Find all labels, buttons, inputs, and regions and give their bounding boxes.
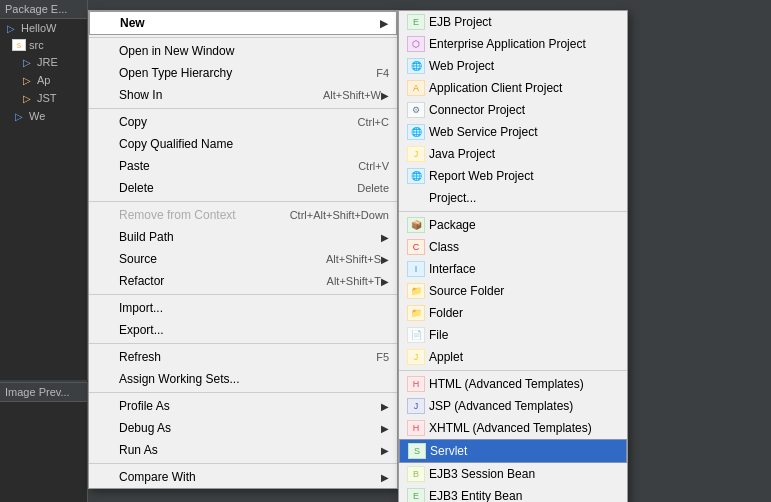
menu-arrow-build-path: ▶ — [381, 232, 389, 243]
menu-label-debug-as: Debug As — [119, 421, 381, 435]
menu-item-copy-qualified-name[interactable]: Copy Qualified Name — [89, 133, 397, 155]
menu-arrow-debug-as: ▶ — [381, 423, 389, 434]
submenu: EEJB Project⬡Enterprise Application Proj… — [398, 10, 628, 502]
menu-icon-refactor — [97, 273, 115, 289]
submenu-item-enterprise-app-project[interactable]: ⬡Enterprise Application Project — [399, 33, 627, 55]
menu-label-show-in: Show In — [119, 88, 303, 102]
tree-item-ap[interactable]: ▷ Ap — [0, 71, 87, 89]
submenu-icon-web-project: 🌐 — [407, 58, 425, 74]
tree-item-hello[interactable]: ▷ HelloW — [0, 19, 87, 37]
menu-item-refactor[interactable]: RefactorAlt+Shift+T▶ — [89, 270, 397, 292]
bottom-panel: Image Prev... — [0, 382, 88, 502]
submenu-item-source-folder[interactable]: 📁Source Folder — [399, 280, 627, 302]
menu-shortcut-refresh: F5 — [376, 351, 389, 363]
menu-item-build-path[interactable]: Build Path▶ — [89, 226, 397, 248]
submenu-label-package: Package — [429, 218, 619, 232]
submenu-separator-17 — [399, 370, 627, 371]
menu-item-run-as[interactable]: Run As▶ — [89, 439, 397, 461]
menu-item-compare-with[interactable]: Compare With▶ — [89, 466, 397, 488]
submenu-item-report-web-project[interactable]: 🌐Report Web Project — [399, 165, 627, 187]
submenu-item-web-service-project[interactable]: 🌐Web Service Project — [399, 121, 627, 143]
menu-separator-10 — [89, 201, 397, 202]
tree-item-jst[interactable]: ▷ JST — [0, 89, 87, 107]
menu-item-import[interactable]: Import... — [89, 297, 397, 319]
tree-item-jre[interactable]: ▷ JRE — [0, 53, 87, 71]
menu-separator-25 — [89, 463, 397, 464]
menu-item-open-new-window[interactable]: Open in New Window — [89, 40, 397, 62]
submenu-icon-java-project: J — [407, 146, 425, 162]
menu-item-copy[interactable]: CopyCtrl+C — [89, 111, 397, 133]
submenu-label-xhtml-advanced: XHTML (Advanced Templates) — [429, 421, 619, 435]
submenu-icon-web-service-project: 🌐 — [407, 124, 425, 140]
menu-item-delete[interactable]: DeleteDelete — [89, 177, 397, 199]
submenu-icon-applet: J — [407, 349, 425, 365]
menu-item-refresh[interactable]: RefreshF5 — [89, 346, 397, 368]
tree-item-we[interactable]: ▷ We — [0, 107, 87, 125]
menu-shortcut-open-type-hierarchy: F4 — [376, 67, 389, 79]
submenu-icon-jsp-advanced: J — [407, 398, 425, 414]
submenu-item-ejb-project[interactable]: EEJB Project — [399, 11, 627, 33]
menu-separator-21 — [89, 392, 397, 393]
submenu-label-jsp-advanced: JSP (Advanced Templates) — [429, 399, 619, 413]
submenu-item-applet[interactable]: JApplet — [399, 346, 627, 368]
submenu-icon-ejb-project: E — [407, 14, 425, 30]
submenu-item-file[interactable]: 📄File — [399, 324, 627, 346]
submenu-label-applet: Applet — [429, 350, 619, 364]
submenu-icon-html-advanced: H — [407, 376, 425, 392]
menu-icon-open-new-window — [97, 43, 115, 59]
submenu-item-interface[interactable]: IInterface — [399, 258, 627, 280]
submenu-label-ejb3-entity-bean: EJB3 Entity Bean — [429, 489, 619, 502]
submenu-item-package[interactable]: 📦Package — [399, 214, 627, 236]
menu-icon-compare-with — [97, 469, 115, 485]
submenu-icon-application-client-project: A — [407, 80, 425, 96]
menu-arrow-source: ▶ — [381, 254, 389, 265]
menu-icon-open-type-hierarchy — [97, 65, 115, 81]
ap-icon: ▷ — [20, 73, 34, 87]
menu-item-open-type-hierarchy[interactable]: Open Type HierarchyF4 — [89, 62, 397, 84]
menu-icon-run-as — [97, 442, 115, 458]
submenu-item-xhtml-advanced[interactable]: HXHTML (Advanced Templates) — [399, 417, 627, 439]
submenu-item-jsp-advanced[interactable]: JJSP (Advanced Templates) — [399, 395, 627, 417]
menu-item-paste[interactable]: PasteCtrl+V — [89, 155, 397, 177]
submenu-item-html-advanced[interactable]: HHTML (Advanced Templates) — [399, 373, 627, 395]
menu-label-refresh: Refresh — [119, 350, 356, 364]
submenu-item-ejb3-session-bean[interactable]: BEJB3 Session Bean — [399, 463, 627, 485]
src-icon: s — [12, 39, 26, 51]
menu-item-debug-as[interactable]: Debug As▶ — [89, 417, 397, 439]
submenu-item-web-project[interactable]: 🌐Web Project — [399, 55, 627, 77]
menu-label-assign-working-sets: Assign Working Sets... — [119, 372, 389, 386]
left-panel: Package E... ▷ HelloW s src ▷ JRE ▷ Ap ▷… — [0, 0, 88, 380]
submenu-item-java-project[interactable]: JJava Project — [399, 143, 627, 165]
submenu-icon-ejb3-entity-bean: E — [407, 488, 425, 502]
submenu-item-folder[interactable]: 📁Folder — [399, 302, 627, 324]
menu-shortcut-source: Alt+Shift+S — [326, 253, 381, 265]
menu-icon-paste — [97, 158, 115, 174]
menu-item-source[interactable]: SourceAlt+Shift+S▶ — [89, 248, 397, 270]
submenu-item-project[interactable]: Project... — [399, 187, 627, 209]
menu-item-new[interactable]: New▶ — [89, 11, 397, 35]
menu-label-import: Import... — [119, 301, 389, 315]
menu-item-assign-working-sets[interactable]: Assign Working Sets... — [89, 368, 397, 390]
submenu-item-servlet[interactable]: SServlet — [399, 439, 627, 463]
we-icon: ▷ — [12, 109, 26, 123]
tree-label: JST — [37, 92, 57, 104]
menu-item-show-in[interactable]: Show InAlt+Shift+W▶ — [89, 84, 397, 106]
submenu-label-report-web-project: Report Web Project — [429, 169, 619, 183]
submenu-item-connector-project[interactable]: ⚙Connector Project — [399, 99, 627, 121]
menu-label-open-new-window: Open in New Window — [119, 44, 389, 58]
submenu-item-application-client-project[interactable]: AApplication Client Project — [399, 77, 627, 99]
tree-label: We — [29, 110, 45, 122]
submenu-label-file: File — [429, 328, 619, 342]
submenu-label-folder: Folder — [429, 306, 619, 320]
menu-item-export[interactable]: Export... — [89, 319, 397, 341]
tree-item-src[interactable]: s src — [0, 37, 87, 53]
submenu-item-ejb3-entity-bean[interactable]: EEJB3 Entity Bean — [399, 485, 627, 502]
tree-label: JRE — [37, 56, 58, 68]
menu-item-profile-as[interactable]: Profile As▶ — [89, 395, 397, 417]
menu-arrow-show-in: ▶ — [381, 90, 389, 101]
submenu-item-class[interactable]: CClass — [399, 236, 627, 258]
submenu-icon-xhtml-advanced: H — [407, 420, 425, 436]
menu-arrow-compare-with: ▶ — [381, 472, 389, 483]
submenu-icon-project — [407, 190, 425, 206]
menu-icon-new — [98, 15, 116, 31]
